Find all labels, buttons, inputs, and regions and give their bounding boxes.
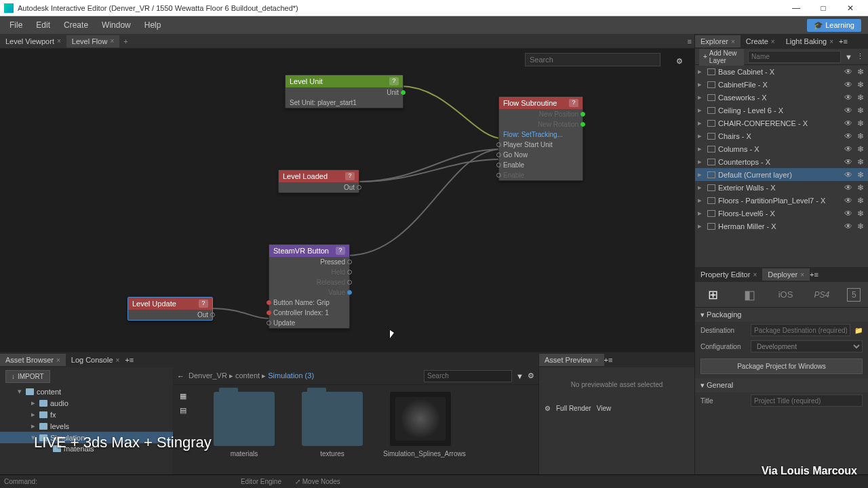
freeze-icon[interactable]: ❄ [856,93,865,102]
breadcrumb-item[interactable]: content [235,371,260,380]
close-button[interactable]: ✕ [837,1,864,16]
layer-row[interactable]: ▸Floors - PartitionPlan_Level7 - X👁❄ [695,194,868,207]
node-flow-subroutine[interactable]: Flow Subroutine? New Position New Rotati… [498,96,583,181]
panel-menu-icon[interactable]: ≡ [814,270,818,279]
add-tab-button[interactable]: + [119,37,132,45]
freeze-icon[interactable]: ❄ [856,209,865,218]
visibility-icon[interactable]: 👁 [844,106,853,115]
section-packaging[interactable]: ▾ Packaging [695,308,868,322]
asset-item[interactable]: Simulation_Splines_Arrows [383,392,458,477]
section-general[interactable]: ▾ General [695,378,868,392]
view-mode-icon[interactable]: ▤ [180,406,193,415]
freeze-icon[interactable]: ❄ [856,67,865,77]
layer-row[interactable]: ▸Herman Miller - X👁❄ [695,220,868,232]
maximize-button[interactable]: □ [810,1,837,16]
panel-menu-icon[interactable]: ≡ [688,37,692,45]
asset-item-folder[interactable]: materials [207,392,281,477]
layer-row[interactable]: ▸Countertops - X👁❄ [695,155,868,168]
visibility-icon[interactable]: 👁 [844,222,853,231]
breadcrumb-item[interactable]: Denver_VR [189,371,227,380]
back-button[interactable]: ← [177,372,184,380]
platform-html5-icon[interactable]: 5 [847,288,861,302]
minimize-button[interactable]: — [783,1,810,16]
visibility-icon[interactable]: 👁 [844,131,853,141]
layer-row[interactable]: ▸Default (Current layer)👁❄ [695,168,868,181]
flow-search-input[interactable] [525,53,660,66]
visibility-icon[interactable]: 👁 [844,196,853,205]
panel-menu-icon[interactable]: ≡ [608,356,612,364]
layer-row[interactable]: ▸Ceiling - Level 6 - X👁❄ [695,104,868,117]
visibility-icon[interactable]: 👁 [844,209,853,218]
node-level-update[interactable]: Level Update? Out [127,297,213,321]
view-button[interactable]: View [597,405,612,412]
close-icon[interactable]: × [595,357,599,364]
visibility-icon[interactable]: 👁 [844,183,853,192]
tab-level-flow[interactable]: Level Flow× [66,35,119,47]
filter-icon[interactable]: ▼ [516,372,524,380]
platform-ps4-icon[interactable]: PS4 [811,285,833,304]
view-mode-icon[interactable]: ▦ [180,392,193,401]
configuration-select[interactable]: Development [751,340,863,352]
close-icon[interactable]: × [116,357,120,364]
options-icon[interactable]: ⋮ [856,52,864,61]
close-icon[interactable]: × [753,271,757,279]
breadcrumb-item[interactable]: Simulation (3) [268,371,314,380]
layer-row[interactable]: ▸Exterior Walls - X👁❄ [695,181,868,194]
menu-window[interactable]: Window [95,18,138,33]
node-level-unit[interactable]: Level Unit? Unit Set Unit: player_start1 [285,75,403,108]
flow-canvas[interactable]: ⚙ Level Unit? Unit Set Unit: player_star… [0,49,694,352]
tab-asset-preview[interactable]: Asset Preview× [539,354,604,366]
tree-item[interactable]: ▸audio [0,397,173,409]
freeze-icon[interactable]: ❄ [856,80,865,89]
gear-icon[interactable]: ⚙ [528,371,534,380]
menu-edit[interactable]: Edit [29,18,57,33]
freeze-icon[interactable]: ❄ [856,222,865,231]
menu-create[interactable]: Create [57,18,95,33]
freeze-icon[interactable]: ❄ [856,131,865,141]
freeze-icon[interactable]: ❄ [856,119,865,128]
visibility-icon[interactable]: 👁 [844,80,853,89]
freeze-icon[interactable]: ❄ [856,170,865,180]
close-icon[interactable]: × [829,38,833,45]
tree-item[interactable]: ▸fx [0,409,173,420]
platform-windows-icon[interactable]: ⊞ [703,285,724,304]
visibility-icon[interactable]: 👁 [844,144,853,154]
visibility-icon[interactable]: 👁 [844,93,853,102]
gear-icon[interactable]: ⚙ [545,405,551,412]
layer-row[interactable]: ▸Floors-Level6 - X👁❄ [695,207,868,220]
help-icon[interactable]: ? [345,172,355,180]
import-button[interactable]: ↓ IMPORT [5,370,50,383]
tab-deployer[interactable]: Deployer× [762,268,810,281]
node-steamvr-button[interactable]: SteamVR Button? Pressed Held Released Va… [269,244,350,329]
browse-icon[interactable]: 📁 [854,327,863,334]
tab-explorer[interactable]: Explorer× [695,35,741,47]
close-icon[interactable]: × [731,38,735,45]
node-level-loaded[interactable]: Level Loaded? Out [278,169,359,193]
gear-icon[interactable]: ⚙ [671,53,688,69]
destination-input[interactable] [751,324,850,336]
title-input[interactable] [751,394,863,407]
freeze-icon[interactable]: ❄ [856,183,865,192]
layer-row[interactable]: ▸CHAIR-CONFERENCE - X👁❄ [695,117,868,129]
node-field[interactable]: Controller Index: 1 [273,309,329,317]
close-icon[interactable]: × [57,37,61,45]
layer-row[interactable]: ▸Base Cabinet - X👁❄ [695,65,868,78]
visibility-icon[interactable]: 👁 [844,67,853,77]
close-icon[interactable]: × [56,357,60,364]
panel-menu-icon[interactable]: ≡ [130,356,134,364]
close-icon[interactable]: × [800,271,804,279]
visibility-icon[interactable]: 👁 [844,157,853,167]
package-button[interactable]: Package Project for Windows [701,359,863,374]
platform-ios-icon[interactable]: iOS [774,285,796,304]
filter-icon[interactable]: ▼ [845,53,852,61]
asset-search-input[interactable] [424,370,512,382]
layer-row[interactable]: ▸Chairs - X👁❄ [695,129,868,142]
help-icon[interactable]: ? [389,77,399,85]
full-render-toggle[interactable]: Full Render [556,405,591,412]
learning-button[interactable]: 🎓 Learning [807,19,861,32]
tab-level-viewport[interactable]: Level Viewport× [0,35,66,47]
tab-log-console[interactable]: Log Console× [66,354,125,366]
asset-item-folder[interactable]: textures [295,392,370,477]
node-field[interactable]: Set Unit: player_start1 [290,99,357,106]
layer-row[interactable]: ▸Caseworks - X👁❄ [695,91,868,104]
